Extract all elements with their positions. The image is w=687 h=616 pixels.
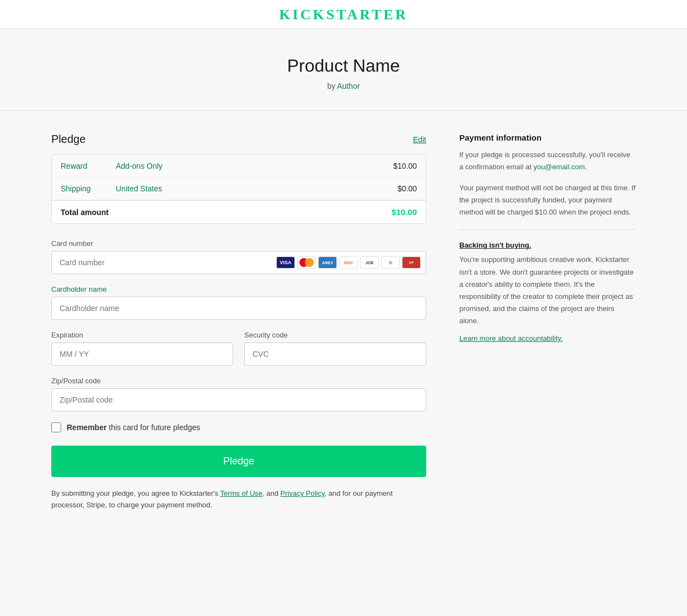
reward-label: Reward bbox=[61, 162, 116, 170]
unionpay-icon: UP bbox=[402, 256, 421, 269]
cardholder-name-field-group: Cardholder name bbox=[51, 285, 426, 320]
card-number-wrapper: VISA AMEX DISC JCB ⊙ UP bbox=[51, 251, 426, 274]
left-column: Pledge Edit Reward Add-ons Only $10.00 S… bbox=[51, 133, 426, 511]
remember-checkbox[interactable] bbox=[51, 422, 61, 432]
total-label: Total amount bbox=[61, 208, 116, 217]
accountability-link[interactable]: Learn more about accountability. bbox=[459, 334, 563, 342]
reward-amount: $10.00 bbox=[393, 162, 417, 170]
kickstarter-logo: KICKSTARTER bbox=[0, 7, 687, 23]
diners-icon: ⊙ bbox=[381, 256, 400, 269]
shipping-amount: $0.00 bbox=[398, 184, 417, 193]
exp-cvc-row: Expiration Security code bbox=[51, 331, 426, 377]
shipping-value: United States bbox=[116, 184, 398, 193]
author-byline: by Author bbox=[11, 82, 676, 90]
card-number-field-group: Card number VISA AMEX DISC JCB ⊙ UP bbox=[51, 239, 426, 274]
shipping-label: Shipping bbox=[61, 184, 116, 193]
security-code-label: Security code bbox=[244, 331, 426, 339]
backing-title: Backing isn't buying. bbox=[459, 241, 636, 249]
cardholder-name-input[interactable] bbox=[51, 297, 426, 320]
total-amount: $10.00 bbox=[391, 207, 417, 217]
pledge-header: Pledge Edit bbox=[51, 133, 426, 146]
payment-para-1: If your pledge is processed successfully… bbox=[459, 149, 636, 173]
payment-para-2: Your payment method will not be charged … bbox=[459, 182, 636, 218]
right-column: Payment information If your pledge is pr… bbox=[459, 133, 636, 342]
footer-legal-text: By submitting your pledge, you agree to … bbox=[51, 488, 426, 511]
security-code-field-group: Security code bbox=[244, 331, 426, 366]
reward-value: Add-ons Only bbox=[116, 162, 393, 170]
amex-icon: AMEX bbox=[318, 256, 337, 269]
terms-link[interactable]: Terms of Use bbox=[220, 489, 262, 497]
expiration-input[interactable] bbox=[51, 342, 233, 366]
security-code-input[interactable] bbox=[244, 342, 426, 366]
privacy-link[interactable]: Privacy Policy bbox=[281, 489, 325, 497]
email-link: you@email.com bbox=[533, 163, 584, 171]
total-row: Total amount $10.00 bbox=[52, 200, 426, 223]
card-number-label: Card number bbox=[51, 239, 426, 248]
remember-label: Remember this card for future pledges bbox=[67, 423, 200, 432]
card-brand-icons: VISA AMEX DISC JCB ⊙ UP bbox=[276, 256, 421, 269]
product-title: Product Name bbox=[11, 56, 676, 76]
mastercard-icon bbox=[297, 256, 316, 269]
cardholder-name-label: Cardholder name bbox=[51, 285, 426, 293]
main-container: Pledge Edit Reward Add-ons Only $10.00 S… bbox=[40, 111, 647, 533]
shipping-row: Shipping United States $0.00 bbox=[52, 178, 426, 200]
pledge-table: Reward Add-ons Only $10.00 Shipping Unit… bbox=[51, 154, 426, 224]
payment-info-title: Payment information bbox=[459, 133, 636, 142]
discover-icon: DISC bbox=[339, 256, 358, 269]
author-link[interactable]: Author bbox=[337, 82, 359, 90]
expiration-field-group: Expiration bbox=[51, 331, 233, 366]
site-header: KICKSTARTER bbox=[0, 0, 687, 29]
remember-checkbox-row: Remember this card for future pledges bbox=[51, 422, 426, 432]
reward-row: Reward Add-ons Only $10.00 bbox=[52, 155, 426, 178]
divider bbox=[459, 229, 636, 230]
hero-section: Product Name by Author bbox=[0, 29, 687, 111]
zip-input[interactable] bbox=[51, 388, 426, 411]
zip-label: Zip/Postal code bbox=[51, 377, 426, 385]
expiration-label: Expiration bbox=[51, 331, 233, 339]
by-text: by bbox=[327, 82, 335, 90]
pledge-button[interactable]: Pledge bbox=[51, 446, 426, 477]
pledge-section-title: Pledge bbox=[51, 133, 85, 146]
edit-link[interactable]: Edit bbox=[413, 135, 426, 144]
zip-field-group: Zip/Postal code bbox=[51, 377, 426, 411]
visa-icon: VISA bbox=[276, 256, 295, 269]
backing-body: You're supporting ambitious creative wor… bbox=[459, 254, 636, 327]
jcb-icon: JCB bbox=[360, 256, 379, 269]
